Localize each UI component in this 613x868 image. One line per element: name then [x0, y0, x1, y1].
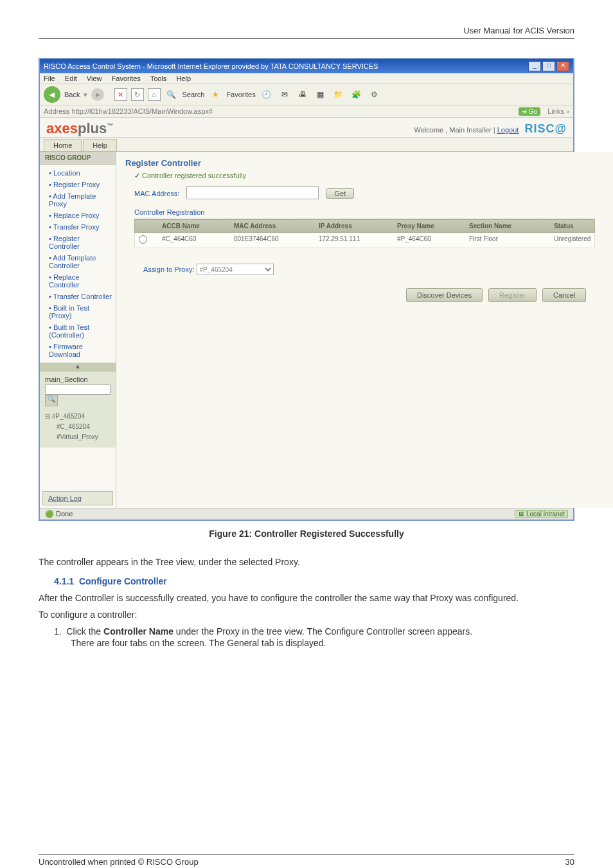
sidebar-group-header: RISCO GROUP [40, 152, 116, 165]
hdr-accb: ACCB Name [158, 220, 230, 232]
menu-favorites[interactable]: Favorites [112, 75, 141, 82]
hdr-mac: MAC Address [230, 220, 315, 232]
history-icon[interactable]: 🕘 [260, 87, 274, 102]
tree-node-controller[interactable]: #C_465204 [57, 422, 111, 432]
sidebar-item-add-template-proxy[interactable]: Add Template Proxy [40, 190, 116, 210]
content-area: RISCO GROUP Location Register Proxy Add … [40, 152, 573, 508]
window-controls: _ □ ✕ [528, 61, 569, 71]
assign-proxy-select[interactable]: #P_465204 [197, 264, 274, 275]
risco-logo: RISC@ [524, 122, 567, 135]
tree-node-proxy[interactable]: ⊟ #P_465204 [45, 411, 111, 422]
address-label: Address [44, 107, 69, 115]
app-tabs: Home Help [40, 138, 573, 152]
maximize-button[interactable]: □ [542, 61, 555, 71]
close-button[interactable]: ✕ [556, 61, 569, 71]
folder-icon[interactable]: 📁 [332, 87, 346, 102]
back-label: Back [64, 91, 80, 98]
address-bar: Address http://l01hw182233/ACIS/MainWind… [40, 105, 573, 118]
address-url[interactable]: http://l01hw182233/ACIS/MainWindow.aspx# [71, 107, 213, 115]
puzzle-icon[interactable]: 🧩 [350, 87, 364, 102]
tab-help[interactable]: Help [83, 139, 117, 151]
sidebar-item-transfer-proxy[interactable]: Transfer Proxy [40, 221, 116, 233]
page-title: Register Controller [125, 158, 604, 168]
logout-link[interactable]: Logout [497, 126, 519, 134]
tree-node-virtual-proxy[interactable]: #Virtual_Proxy [57, 432, 111, 442]
home-icon[interactable]: ⌂ [148, 88, 161, 101]
status-bar: 🟢 Done 🖥 Local intranet [40, 508, 573, 520]
cancel-button[interactable]: Cancel [542, 288, 586, 302]
sidebar-item-location[interactable]: Location [40, 167, 116, 179]
assign-label: Assign to Proxy: [143, 266, 194, 273]
grid-header: ACCB Name MAC Address IP Address Proxy N… [134, 219, 595, 233]
hdr-ip: IP Address [315, 220, 393, 232]
window-title: RISCO Access Control System - Microsoft … [44, 62, 378, 70]
welcome-text: Welcome , Main Installer | Logout RISC@ [414, 122, 567, 136]
app-header: axesplus™ Welcome , Main Installer | Log… [40, 118, 573, 138]
cell-section: First Floor [465, 233, 550, 248]
body-paragraph-3: To configure a controller: [39, 610, 574, 620]
sidebar-item-bit-proxy[interactable]: Built in Test (Proxy) [40, 302, 116, 321]
mac-address-input[interactable] [186, 186, 319, 199]
mail-icon[interactable]: ✉ [278, 87, 292, 102]
search-icon[interactable]: 🔍 [164, 87, 179, 102]
register-button[interactable]: Register [488, 288, 537, 302]
cell-status: Unregistered [550, 233, 594, 248]
sidebar-menu: Location Register Proxy Add Template Pro… [40, 165, 116, 363]
sidebar-item-transfer-controller[interactable]: Transfer Controller [40, 291, 116, 302]
menu-tools[interactable]: Tools [150, 75, 167, 82]
cell-mac: 001E37464C60 [230, 233, 315, 248]
print-icon[interactable]: 🖶 [296, 87, 310, 102]
section-heading: 4.1.1 Configure Controller [54, 576, 574, 586]
sidebar-item-firmware[interactable]: Firmware Download [40, 341, 116, 360]
sidebar-item-register-proxy[interactable]: Register Proxy [40, 179, 116, 190]
links-label[interactable]: Links [547, 107, 564, 115]
favorites-label: Favorites [226, 91, 255, 98]
stop-icon[interactable]: ✕ [114, 88, 127, 101]
browser-toolbar: ◄ Back ▾ ► · ✕ ↻ ⌂ 🔍 Search ★ Favorites … [40, 84, 573, 105]
success-message: Controller registered successfully [134, 172, 604, 180]
footer-left: Uncontrolled when printed © RISCO Group [39, 857, 199, 867]
tree-collapse-bar[interactable]: ▲ [40, 363, 116, 372]
figure-caption: Figure 21: Controller Registered Success… [39, 529, 574, 539]
hdr-status: Status [550, 220, 594, 232]
step-1-sub: There are four tabs on the screen. The G… [71, 638, 574, 648]
footer-page-number: 30 [565, 857, 574, 867]
forward-button[interactable]: ► [91, 88, 104, 101]
sidebar: RISCO GROUP Location Register Proxy Add … [40, 152, 116, 508]
back-button[interactable]: ◄ [44, 86, 60, 103]
favorites-icon[interactable]: ★ [208, 87, 222, 102]
sidebar-item-replace-proxy[interactable]: Replace Proxy [40, 210, 116, 221]
menu-edit[interactable]: Edit [65, 75, 77, 82]
sidebar-item-replace-controller[interactable]: Replace Controller [40, 271, 116, 291]
gear-icon[interactable]: ⚙ [368, 87, 382, 102]
tree-search-input[interactable] [45, 384, 111, 395]
sidebar-item-add-template-controller[interactable]: Add Template Controller [40, 252, 116, 271]
cell-proxy: #P_464C60 [393, 233, 465, 248]
action-log-link[interactable]: Action Log [42, 491, 113, 505]
row-select-radio[interactable] [139, 235, 147, 244]
menu-help[interactable]: Help [176, 75, 191, 82]
get-button[interactable]: Get [326, 188, 354, 199]
cell-ip: 172.29.51.111 [315, 233, 393, 248]
sidebar-item-register-controller[interactable]: Register Controller [40, 233, 116, 252]
sidebar-item-bit-controller[interactable]: Built in Test (Controller) [40, 321, 116, 341]
tree-panel: ▲ main_Section 🔍 ⊟ #P_465204 #C_465204 #… [40, 363, 116, 448]
menu-file[interactable]: File [44, 75, 55, 82]
tab-home[interactable]: Home [44, 139, 82, 151]
refresh-icon[interactable]: ↻ [131, 88, 144, 101]
edit-icon[interactable]: ▦ [314, 87, 328, 102]
go-button[interactable]: ➜ Go [519, 107, 540, 116]
menu-view[interactable]: View [87, 75, 102, 82]
hdr-section: Section Name [465, 220, 550, 232]
body-paragraph-1: The controller appears in the Tree view,… [39, 557, 574, 567]
search-label: Search [182, 91, 205, 98]
controller-registration-fieldset: ACCB Name MAC Address IP Address Proxy N… [134, 219, 595, 302]
minimize-button[interactable]: _ [528, 61, 541, 71]
controller-registration-label: Controller Registration [134, 208, 604, 216]
discover-devices-button[interactable]: Discover Devices [406, 288, 483, 302]
browser-window: RISCO Access Control System - Microsoft … [39, 58, 574, 521]
assign-to-proxy-row: Assign to Proxy: #P_465204 [143, 264, 595, 275]
tree-search-icon[interactable]: 🔍 [45, 395, 58, 406]
button-row: Discover Devices Register Cancel [134, 288, 586, 302]
cell-accb: #C_464C60 [158, 233, 230, 248]
